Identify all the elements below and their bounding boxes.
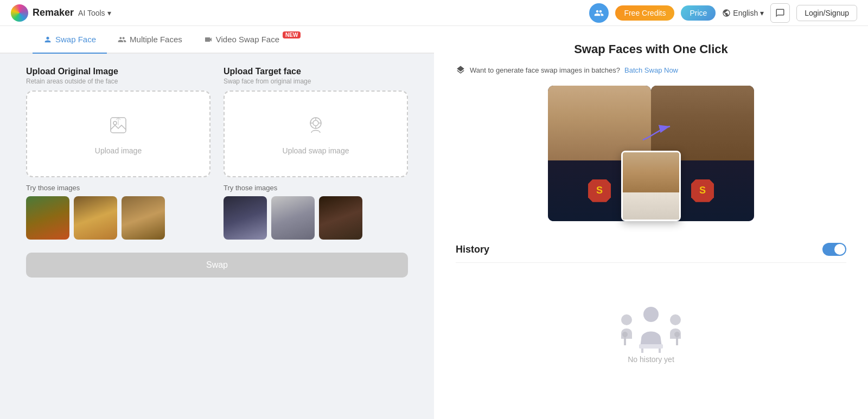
try-original-label: Try those images	[26, 184, 210, 192]
batch-swap-text: Want to generate face swap images in bat…	[470, 66, 620, 74]
tab-video-swap-face-label: Video Swap Face	[216, 35, 279, 44]
upload-original-title: Upload Original Image	[26, 67, 210, 76]
price-button[interactable]: Price	[681, 5, 716, 21]
swap-button-area: Swap	[0, 253, 434, 291]
logo-text: Remaker	[33, 7, 74, 18]
globe-icon	[722, 9, 731, 17]
no-history-area: No history yet	[456, 274, 846, 385]
svg-point-13	[670, 314, 681, 325]
svg-point-15	[674, 332, 680, 337]
layers-icon	[456, 65, 465, 75]
svg-point-9	[621, 314, 632, 325]
batch-swap-banner: Want to generate face swap images in bat…	[456, 65, 846, 75]
chevron-down-icon: ▾	[107, 9, 111, 17]
ai-tools-label: AI Tools	[78, 9, 105, 17]
upload-target-icon	[304, 113, 328, 142]
svg-point-12	[643, 307, 659, 322]
sample-image-1[interactable]	[26, 196, 69, 240]
upload-target-title: Upload Target face	[224, 67, 408, 76]
try-target-images	[224, 196, 408, 240]
history-section: History	[456, 243, 846, 385]
sample-target-image-2[interactable]	[271, 196, 315, 240]
main-layout: Swap Face Multiple Faces Video Swap Face…	[0, 26, 868, 419]
users-icon-button[interactable]	[589, 3, 609, 23]
tab-swap-face-label: Swap Face	[55, 35, 96, 44]
history-header: History	[456, 243, 846, 263]
logo-icon	[11, 4, 28, 22]
login-button[interactable]: Login/Signup	[796, 5, 857, 21]
language-selector[interactable]: English ▾	[722, 9, 764, 17]
upload-section: Upload Original Image Retain areas outsi…	[0, 54, 434, 253]
upload-original-icon	[106, 113, 130, 142]
history-title: History	[456, 244, 489, 255]
tab-video-swap-face[interactable]: Video Swap Face NEW	[193, 26, 312, 54]
svg-rect-17	[641, 349, 643, 353]
right-panel: Swap Faces with One Click Want to genera…	[434, 26, 868, 419]
video-icon	[204, 35, 213, 44]
try-target-label: Try those images	[224, 184, 408, 192]
no-history-text: No history yet	[628, 355, 674, 364]
upload-original-dropzone[interactable]: Upload image	[26, 91, 210, 177]
person-icon	[43, 35, 52, 44]
chat-button[interactable]	[770, 3, 790, 23]
batch-swap-link[interactable]: Batch Swap Now	[624, 66, 678, 74]
empty-history-icon	[613, 295, 689, 355]
language-label: English	[733, 9, 758, 17]
svg-point-11	[622, 332, 628, 337]
people-icon	[118, 35, 126, 44]
svg-rect-16	[639, 344, 663, 349]
header-right: Free Credits Price English ▾ Login/Signu…	[589, 3, 857, 23]
demo-face-overlay	[621, 151, 681, 221]
sample-image-3[interactable]	[122, 196, 165, 240]
svg-rect-18	[659, 349, 661, 353]
toggle-knob	[834, 244, 845, 255]
sample-image-2[interactable]	[74, 196, 117, 240]
ai-tools-button[interactable]: AI Tools ▾	[78, 9, 111, 17]
upload-target-dropzone[interactable]: Upload swap image	[224, 91, 408, 177]
svg-point-1	[113, 121, 117, 125]
demo-image-area: S S	[548, 86, 754, 227]
free-credits-button[interactable]: Free Credits	[615, 5, 674, 21]
right-title: Swap Faces with One Click	[456, 42, 846, 56]
left-panel: Swap Face Multiple Faces Video Swap Face…	[0, 26, 434, 419]
upload-original-label: Upload image	[95, 146, 142, 155]
new-badge: NEW	[283, 31, 301, 38]
upload-original-card: Upload Original Image Retain areas outsi…	[26, 67, 210, 240]
tab-multiple-faces[interactable]: Multiple Faces	[107, 26, 193, 54]
sample-target-image-3[interactable]	[319, 196, 362, 240]
svg-point-3	[313, 120, 318, 126]
upload-target-card: Upload Target face Swap face from origin…	[224, 67, 408, 240]
upload-target-subtitle: Swap face from original image	[224, 78, 408, 85]
swap-button[interactable]: Swap	[26, 253, 408, 278]
header: Remaker AI Tools ▾ Free Credits Price En…	[0, 0, 868, 26]
users-icon	[594, 8, 604, 18]
tab-swap-face[interactable]: Swap Face	[33, 26, 107, 54]
swap-arrow-icon	[640, 118, 673, 145]
upload-target-label: Upload swap image	[283, 146, 349, 155]
chat-icon	[775, 8, 785, 18]
tab-multiple-faces-label: Multiple Faces	[130, 35, 182, 44]
header-left: Remaker AI Tools ▾	[11, 4, 111, 22]
tabs-container: Swap Face Multiple Faces Video Swap Face…	[0, 26, 434, 54]
sample-target-image-1[interactable]	[224, 196, 267, 240]
upload-original-subtitle: Retain areas outside of the face	[26, 78, 210, 85]
history-toggle[interactable]	[822, 243, 846, 256]
try-original-images	[26, 196, 210, 240]
chevron-down-icon: ▾	[760, 9, 764, 17]
